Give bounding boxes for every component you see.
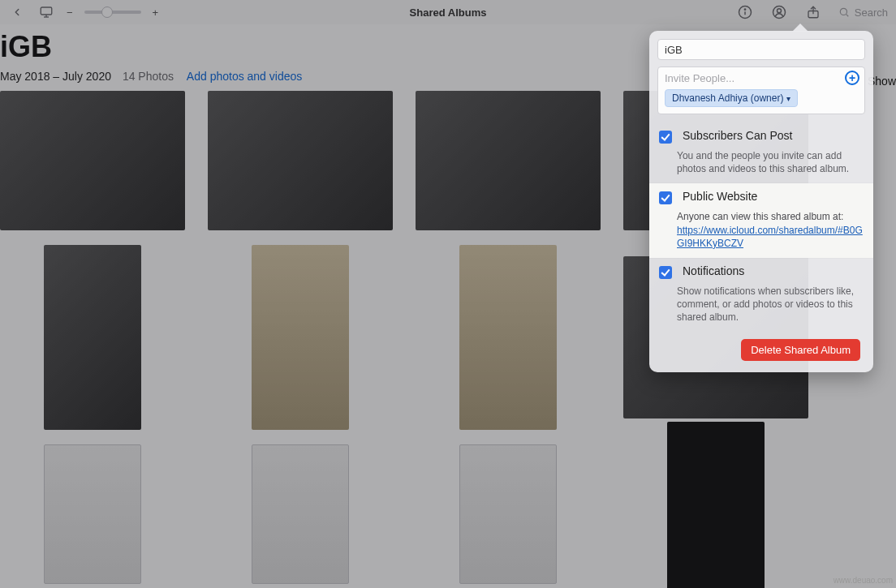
subscribers-desc: You and the people you invite can add ph… [656, 149, 868, 175]
toolbar-title: Shared Albums [410, 6, 487, 19]
zoom-minus[interactable]: − [67, 6, 73, 19]
toolbar-right: Search [736, 3, 888, 21]
album-date-range: May 2018 – July 2020 [0, 70, 111, 83]
delete-shared-album-button[interactable]: Delete Shared Album [741, 339, 860, 361]
photo-thumb[interactable] [416, 245, 601, 430]
chevron-down-icon: ▾ [786, 94, 790, 103]
album-name-input[interactable] [657, 39, 865, 60]
photo-thumb[interactable] [0, 245, 185, 430]
invite-placeholder: Invite People... [665, 72, 858, 84]
delete-row: Delete Shared Album [657, 333, 865, 361]
notifications-section: Notifications Show notifications when su… [649, 258, 873, 333]
photo-thumb[interactable] [416, 91, 601, 230]
zoom-slider-knob[interactable] [101, 6, 113, 18]
notifications-title: Notifications [683, 264, 744, 277]
svg-point-6 [773, 6, 785, 19]
photo-thumb[interactable] [208, 444, 393, 584]
slideshow-icon[interactable] [37, 3, 55, 21]
photos-app-window: − + Shared Albums Search iGB May 2018 – … [0, 0, 896, 588]
add-photos-link[interactable]: Add photos and videos [187, 70, 302, 83]
photo-thumb[interactable] [0, 444, 185, 584]
notifications-desc: Show notifications when subscribers like… [656, 285, 868, 324]
photo-thumb[interactable] [0, 91, 185, 230]
album-photo-count: 14 Photos [123, 70, 174, 83]
public-website-link[interactable]: https://www.icloud.com/sharedalbum/#B0GG… [677, 225, 863, 249]
shared-album-popover: Invite People... + Dhvanesh Adhiya (owne… [649, 31, 873, 372]
svg-point-7 [777, 9, 781, 13]
public-website-desc: Anyone can view this shared album at: ht… [656, 210, 868, 250]
search-field[interactable]: Search [838, 6, 888, 19]
owner-chip[interactable]: Dhvanesh Adhiya (owner) ▾ [665, 89, 798, 107]
subscribers-title: Subscribers Can Post [683, 129, 792, 142]
info-icon[interactable] [736, 3, 754, 21]
svg-point-9 [840, 8, 846, 15]
zoom-plus[interactable]: + [153, 6, 159, 19]
public-website-title: Public Website [683, 190, 757, 203]
toolbar: − + Shared Albums Search [0, 0, 896, 24]
search-placeholder: Search [855, 6, 888, 19]
photo-thumb[interactable] [416, 444, 601, 584]
notifications-checkbox[interactable] [659, 266, 672, 279]
back-button[interactable] [8, 3, 26, 21]
subscribers-checkbox[interactable] [659, 131, 672, 144]
public-website-section: Public Website Anyone can view this shar… [649, 183, 873, 258]
photo-thumb[interactable] [208, 91, 393, 230]
public-website-desc-prefix: Anyone can view this shared album at: [677, 211, 843, 222]
subscribers-section: Subscribers Can Post You and the people … [649, 122, 873, 183]
share-icon[interactable] [804, 3, 822, 21]
people-icon[interactable] [770, 3, 788, 21]
public-website-checkbox[interactable] [659, 191, 672, 204]
svg-rect-0 [41, 7, 52, 15]
add-invitee-icon[interactable]: + [845, 71, 859, 85]
svg-point-5 [744, 9, 745, 10]
photo-thumb[interactable] [623, 444, 808, 584]
invite-people-box[interactable]: Invite People... + Dhvanesh Adhiya (owne… [657, 67, 865, 114]
toolbar-left: − + [8, 3, 158, 21]
owner-chip-label: Dhvanesh Adhiya (owner) [672, 92, 783, 104]
watermark: www.deuao.com [834, 576, 893, 585]
svg-line-10 [846, 15, 848, 17]
zoom-slider[interactable] [84, 11, 141, 14]
photo-thumb[interactable] [208, 245, 393, 430]
